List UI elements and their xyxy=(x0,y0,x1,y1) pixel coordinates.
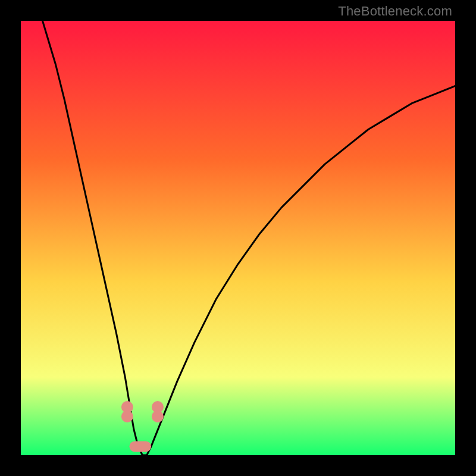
chart-plot xyxy=(21,21,455,455)
watermark-text: TheBottleneck.com xyxy=(338,4,452,19)
svg-point-3 xyxy=(152,411,164,422)
gradient-background xyxy=(21,21,455,455)
chart-svg xyxy=(21,21,455,455)
svg-point-1 xyxy=(121,411,133,422)
bottom-bar xyxy=(130,441,152,452)
chart-frame xyxy=(0,0,476,476)
